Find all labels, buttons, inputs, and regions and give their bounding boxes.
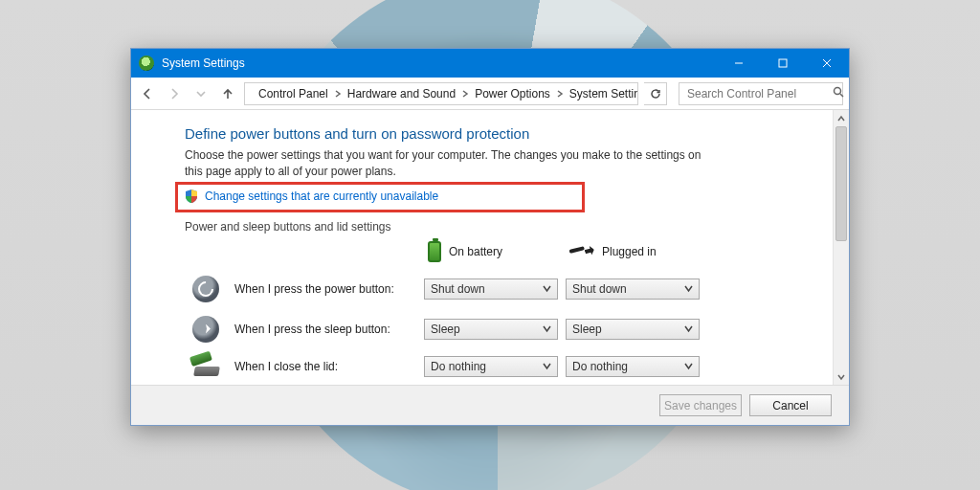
recent-locations-button[interactable] — [190, 83, 212, 104]
power-settings-grid: On battery Plugged in When I press the p… — [192, 241, 806, 377]
page-heading: Define power buttons and turn on passwor… — [185, 125, 806, 142]
system-settings-window: System Settings Control — [130, 48, 850, 426]
address-bar: Control Panel Hardware and Sound Power O… — [131, 78, 849, 110]
window-title: System Settings — [162, 56, 717, 70]
select-value: Sleep — [431, 323, 460, 336]
cancel-button[interactable]: Cancel — [749, 394, 832, 416]
svg-point-1 — [835, 88, 841, 95]
sleep-button-battery-select[interactable]: Sleep — [424, 319, 558, 340]
vertical-scrollbar[interactable] — [833, 110, 849, 385]
titlebar[interactable]: System Settings — [131, 49, 849, 78]
sleep-button-label: When I press the sleep button: — [234, 323, 416, 336]
power-button-icon — [192, 276, 219, 302]
content-area: Define power buttons and turn on passwor… — [131, 110, 849, 385]
scroll-down-button[interactable] — [834, 368, 849, 385]
scroll-thumb[interactable] — [835, 126, 847, 241]
maximize-button[interactable] — [761, 49, 805, 78]
lid-label: When I close the lid: — [234, 360, 416, 373]
lid-plugged-select[interactable]: Do nothing — [566, 356, 700, 377]
breadcrumb-segment[interactable]: Control Panel — [255, 87, 332, 100]
scroll-up-button[interactable] — [834, 110, 849, 126]
column-label: On battery — [449, 245, 502, 258]
scroll-track[interactable] — [834, 126, 849, 368]
breadcrumb-segment[interactable]: Power Options — [471, 87, 554, 100]
column-on-battery: On battery — [424, 241, 558, 262]
forward-button[interactable] — [164, 83, 185, 104]
page-description: Choose the power settings that you want … — [185, 147, 721, 180]
breadcrumb[interactable]: Control Panel Hardware and Sound Power O… — [244, 82, 638, 105]
dialog-footer: Save changes Cancel — [131, 385, 849, 425]
refresh-button[interactable] — [644, 82, 667, 105]
select-value: Do nothing — [572, 360, 628, 373]
search-box[interactable] — [679, 82, 843, 105]
power-button-battery-select[interactable]: Shut down — [424, 278, 558, 300]
select-value: Do nothing — [431, 360, 486, 373]
select-value: Shut down — [431, 282, 485, 296]
chevron-right-icon — [334, 87, 342, 100]
window-controls — [717, 49, 849, 78]
svg-rect-0 — [779, 59, 787, 67]
breadcrumb-segment[interactable]: Hardware and Sound — [344, 87, 459, 100]
main-content: Define power buttons and turn on passwor… — [131, 110, 833, 385]
annotation-highlight: Change settings that are currently unava… — [175, 182, 585, 212]
search-icon — [833, 86, 844, 100]
column-plugged-in: Plugged in — [566, 245, 700, 258]
power-options-icon — [139, 56, 154, 71]
lid-battery-select[interactable]: Do nothing — [424, 356, 558, 377]
close-button[interactable] — [805, 49, 849, 78]
sleep-button-plugged-select[interactable]: Sleep — [566, 319, 700, 340]
chevron-right-icon — [556, 87, 564, 100]
plug-icon — [569, 245, 594, 258]
change-unavailable-settings-link[interactable]: Change settings that are currently unava… — [205, 189, 438, 203]
battery-icon — [428, 241, 441, 262]
back-button[interactable] — [137, 83, 158, 104]
section-label: Power and sleep buttons and lid settings — [185, 220, 806, 234]
uac-shield-icon — [184, 189, 199, 204]
search-input[interactable] — [685, 86, 833, 101]
up-button[interactable] — [217, 83, 238, 104]
select-value: Shut down — [572, 282, 627, 296]
column-label: Plugged in — [602, 245, 657, 258]
chevron-right-icon — [461, 87, 469, 100]
lid-icon — [192, 357, 221, 376]
breadcrumb-segment[interactable]: System Settings — [566, 87, 638, 100]
power-button-label: When I press the power button: — [234, 282, 416, 296]
minimize-button[interactable] — [717, 49, 761, 78]
save-changes-button[interactable]: Save changes — [659, 394, 742, 416]
select-value: Sleep — [572, 323, 602, 336]
sleep-button-icon — [192, 316, 219, 343]
power-button-plugged-select[interactable]: Shut down — [566, 278, 700, 300]
